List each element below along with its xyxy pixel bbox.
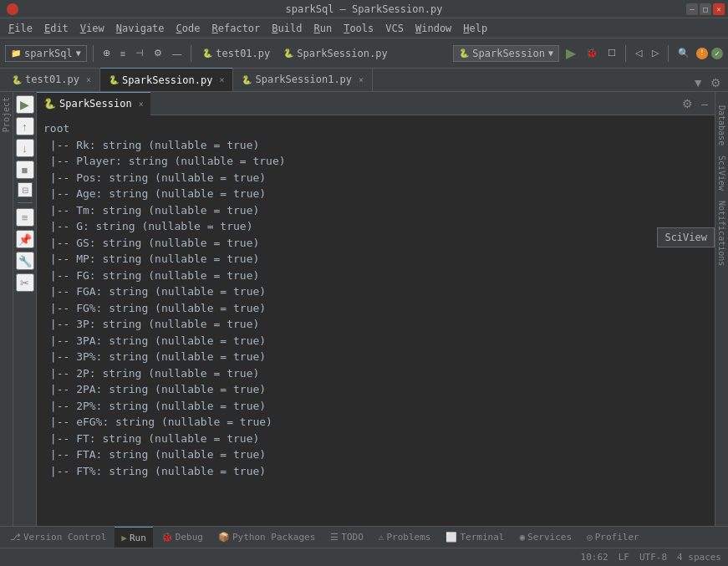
run-output-panel: 🐍 SparkSession × ⚙ – root |-- Rk: string… <box>37 92 715 526</box>
run-play-button[interactable]: ▶ <box>16 95 34 114</box>
sciview-popup[interactable]: SciView <box>657 227 715 247</box>
debug-label: Debug <box>176 532 203 543</box>
settings-button[interactable]: ⚙ <box>150 46 165 60</box>
database-label[interactable]: Database <box>715 100 728 150</box>
file-tab-session[interactable]: 🐍 SparkSession.py <box>278 46 392 61</box>
project-label[interactable]: Project <box>2 92 11 137</box>
output-line: |-- MP: string (nullable = true) <box>43 251 708 268</box>
menu-run[interactable]: Run <box>308 21 337 36</box>
close-button[interactable]: ✕ <box>713 3 725 15</box>
window-title: sparkSql – SparkSession.py <box>286 3 443 15</box>
maximize-button[interactable]: □ <box>700 3 711 15</box>
menu-navigate[interactable]: Navigate <box>111 21 170 36</box>
tab-label-2: SparkSession.py <box>122 74 212 86</box>
run-tab-close[interactable]: × <box>139 99 144 109</box>
output-line: |-- FTA: string (nullable = true) <box>43 446 708 463</box>
services-icon: ◉ <box>519 532 525 543</box>
profiler-icon: ◎ <box>587 532 593 543</box>
run-config-dropdown[interactable]: 🐍 SparkSession ▼ <box>453 45 559 62</box>
debug-button[interactable]: 🐞 <box>583 46 601 60</box>
close-tab-button[interactable]: — <box>169 47 185 60</box>
tab-test01[interactable]: 🐍 test01.py × <box>3 68 100 91</box>
project-dropdown[interactable]: 📁 sparkSql ▼ <box>5 45 87 62</box>
run-settings-action[interactable]: ⚙ <box>679 95 696 112</box>
run-settings-btn[interactable]: ≡ <box>16 208 34 227</box>
menu-refactor[interactable]: Refactor <box>207 21 266 36</box>
bottom-tab-python-packages[interactable]: 📦 Python Packages <box>211 527 322 548</box>
file-tab-bar: 🐍 test01.py × 🐍 SparkSession.py × 🐍 Spar… <box>0 69 728 92</box>
bottom-tab-debug[interactable]: 🐞 Debug <box>155 527 210 548</box>
sciview-popup-label: SciView <box>664 232 707 243</box>
run-tab-sparksession[interactable]: 🐍 SparkSession × <box>37 92 150 115</box>
project-name: sparkSql <box>24 48 73 59</box>
menu-tools[interactable]: Tools <box>339 21 379 36</box>
bottom-tab-services[interactable]: ◉ Services <box>512 527 578 548</box>
tab-close-2[interactable]: × <box>219 75 224 84</box>
bottom-tab-profiler[interactable]: ◎ Profiler <box>580 527 646 548</box>
output-line: |-- FG: string (nullable = true) <box>43 268 708 284</box>
run-scissors[interactable]: ✂ <box>16 273 34 292</box>
hierarchy-button[interactable]: ⊣ <box>132 46 147 60</box>
vcs-icon: ⎇ <box>10 532 21 543</box>
run-pin[interactable]: 📌 <box>16 230 34 248</box>
file-tab-test[interactable]: 🐍 test01.py <box>197 46 275 61</box>
run-button[interactable]: ▶ <box>563 43 579 63</box>
run-rerun[interactable]: ⊟ <box>18 182 33 197</box>
output-line: |-- Age: string (nullable = true) <box>43 186 708 202</box>
coverage-button[interactable]: ☐ <box>604 46 619 60</box>
run-output[interactable]: root |-- Rk: string (nullable = true) |-… <box>37 115 715 526</box>
python-packages-label: Python Packages <box>232 532 315 543</box>
menu-build[interactable]: Build <box>267 21 307 36</box>
tab-close[interactable]: × <box>86 75 91 84</box>
window-controls: – □ ✕ <box>686 3 725 15</box>
tab-settings-button[interactable]: ⚙ <box>707 74 725 91</box>
forward-button[interactable]: ▷ <box>649 46 662 60</box>
run-scroll-down[interactable]: ↓ <box>16 139 34 157</box>
output-line: |-- 2P%: string (nullable = true) <box>43 398 708 415</box>
python-packages-icon: 📦 <box>218 532 230 543</box>
menu-code[interactable]: Code <box>171 21 206 36</box>
toolbar-separator-2 <box>191 45 191 62</box>
structure-button[interactable]: ≡ <box>117 47 129 60</box>
menu-file[interactable]: File <box>3 21 38 36</box>
bottom-tab-todo[interactable]: ☰ TODO <box>323 527 370 548</box>
todo-icon: ☰ <box>330 532 339 543</box>
bottom-tab-problems[interactable]: ⚠ Problems <box>372 527 438 548</box>
status-badge[interactable]: ✓ <box>711 48 723 59</box>
tab-overflow-button[interactable]: ▼ <box>689 74 707 91</box>
minimize-button[interactable]: – <box>686 3 698 15</box>
run-tab-icon: 🐍 <box>43 98 56 110</box>
output-line: |-- FT%: string (nullable = true) <box>43 463 708 480</box>
back-button[interactable]: ◁ <box>632 46 645 60</box>
toolbar: 📁 sparkSql ▼ ⊕ ≡ ⊣ ⚙ — 🐍 test01.py 🐍 Spa… <box>0 38 728 69</box>
bottom-tab-bar: ⎇ Version Control ▶ Run 🐞 Debug 📦 Python… <box>0 526 728 548</box>
output-line: |-- Rk: string (nullable = true) <box>43 137 708 154</box>
tab-close-3[interactable]: × <box>359 75 364 84</box>
add-files-button[interactable]: ⊕ <box>99 46 114 60</box>
menu-view[interactable]: View <box>75 21 109 36</box>
bottom-tab-vcs[interactable]: ⎇ Version Control <box>3 527 113 548</box>
bottom-tab-terminal[interactable]: ⬜ Terminal <box>439 527 511 548</box>
menu-help[interactable]: Help <box>458 21 492 36</box>
sciview-label[interactable]: SciView <box>715 150 728 196</box>
search-button[interactable]: 🔍 <box>675 46 693 60</box>
toolbar-separator-4 <box>668 45 669 62</box>
bottom-tab-run[interactable]: ▶ Run <box>115 527 153 548</box>
run-tab-label: SparkSession <box>59 98 132 110</box>
notifications-badge[interactable]: ! <box>696 48 708 59</box>
run-icon-toolbar: ▶ ↑ ↓ ■ ⊟ ≡ 📌 🔧 ✂ <box>13 92 37 526</box>
menu-window[interactable]: Window <box>410 21 456 36</box>
menu-edit[interactable]: Edit <box>39 21 74 36</box>
run-scroll-up[interactable]: ↑ <box>16 117 34 135</box>
line-ending: LF <box>619 552 629 563</box>
menu-vcs[interactable]: VCS <box>380 21 409 36</box>
tab-sparksession1[interactable]: 🐍 SparkSession1.py × <box>233 68 373 91</box>
run-minimize-action[interactable]: – <box>698 95 711 112</box>
run-stop[interactable]: ■ <box>16 161 34 179</box>
notifications-label[interactable]: Notifications <box>715 196 728 271</box>
services-label: Services <box>527 532 572 543</box>
tab-sparksession[interactable]: 🐍 SparkSession.py × <box>100 68 233 91</box>
run-wrench[interactable]: 🔧 <box>16 252 34 270</box>
cursor-position: 10:62 <box>581 552 608 563</box>
status-bar-right: 10:62 LF UTF-8 4 spaces <box>581 552 721 563</box>
